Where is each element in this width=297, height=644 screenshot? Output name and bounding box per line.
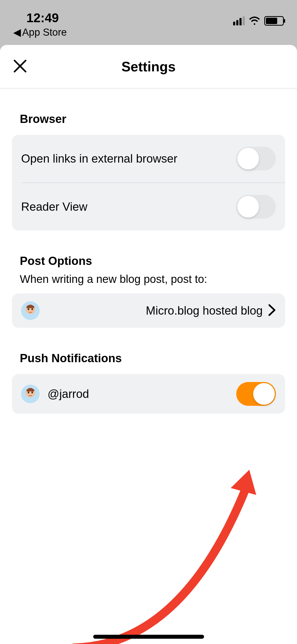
close-button[interactable] xyxy=(13,59,27,74)
status-bar: 12:49 ◀ App Store xyxy=(0,0,297,37)
wifi-icon xyxy=(249,16,260,26)
reader-view-toggle[interactable] xyxy=(236,195,276,219)
open-links-external-row: Open links in external browser xyxy=(12,135,285,182)
home-indicator[interactable] xyxy=(93,635,204,639)
status-right xyxy=(233,11,284,26)
settings-modal: Settings Browser Open links in external … xyxy=(0,45,297,644)
reader-view-row: Reader View xyxy=(12,183,285,231)
push-notifications-username: @jarrod xyxy=(48,387,89,401)
browser-group: Open links in external browser Reader Vi… xyxy=(12,135,285,231)
annotation-arrow xyxy=(71,457,269,644)
browser-section-header: Browser xyxy=(12,112,285,126)
chevron-right-icon xyxy=(268,304,276,318)
post-options-group: Micro.blog hosted blog xyxy=(12,293,285,328)
svg-point-5 xyxy=(31,309,33,310)
push-notifications-section-header: Push Notifications xyxy=(12,352,285,365)
push-notifications-toggle[interactable] xyxy=(236,382,276,406)
post-destination-value: Micro.blog hosted blog xyxy=(146,304,263,317)
svg-point-4 xyxy=(28,309,29,310)
back-label: App Store xyxy=(22,27,67,38)
svg-marker-10 xyxy=(231,466,262,495)
back-triangle-icon: ◀ xyxy=(13,26,21,38)
page-title: Settings xyxy=(121,59,176,75)
svg-point-8 xyxy=(28,392,29,393)
modal-header: Settings xyxy=(0,45,297,89)
post-destination-row[interactable]: Micro.blog hosted blog xyxy=(12,293,285,328)
avatar xyxy=(21,301,40,320)
open-links-external-toggle[interactable] xyxy=(236,147,276,171)
post-options-section-header: Post Options xyxy=(12,254,285,268)
cellular-signal-icon xyxy=(233,16,245,25)
status-time: 12:49 xyxy=(13,11,67,25)
settings-content: Browser Open links in external browser R… xyxy=(0,89,297,414)
open-links-external-label: Open links in external browser xyxy=(21,152,177,165)
reader-view-label: Reader View xyxy=(21,200,87,213)
post-options-subtitle: When writing a new blog post, post to: xyxy=(12,273,285,286)
push-notifications-user-row: @jarrod xyxy=(12,374,285,414)
back-to-app-store[interactable]: ◀ App Store xyxy=(13,26,67,38)
avatar xyxy=(21,385,40,403)
svg-point-9 xyxy=(31,392,33,393)
status-left: 12:49 ◀ App Store xyxy=(13,11,67,38)
push-notifications-group: @jarrod xyxy=(12,374,285,414)
battery-icon xyxy=(264,16,284,26)
